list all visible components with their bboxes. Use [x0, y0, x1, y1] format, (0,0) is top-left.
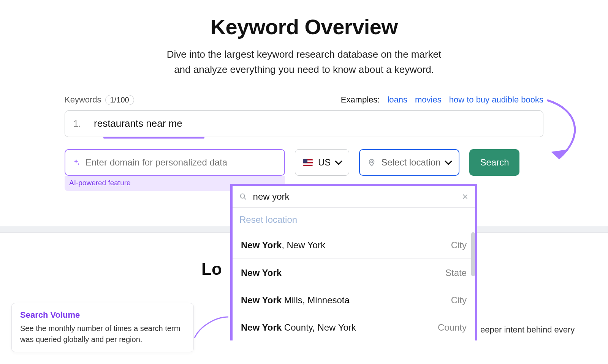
- search-icon: [239, 192, 247, 201]
- keyword-input[interactable]: [94, 118, 535, 129]
- database-code: US: [318, 157, 331, 168]
- examples-label: Examples:: [341, 95, 380, 105]
- location-select[interactable]: Select location: [359, 149, 459, 176]
- right-text-fragment: eeper intent behind every: [480, 325, 575, 335]
- example-link-movies[interactable]: movies: [415, 95, 442, 105]
- search-button[interactable]: Search: [469, 149, 519, 176]
- flag-us-icon: [303, 159, 313, 166]
- location-suggestion-item[interactable]: New York Mills, Minnesota City: [233, 286, 475, 313]
- domain-input-wrap[interactable]: [65, 149, 285, 176]
- location-category: City: [451, 240, 467, 251]
- examples-row: Examples: loans movies how to buy audibl…: [341, 95, 543, 105]
- keywords-label: Keywords 1/100: [65, 95, 134, 105]
- tooltip-title: Search Volume: [20, 310, 185, 320]
- location-placeholder: Select location: [381, 157, 440, 168]
- location-suggestion-item[interactable]: New York County, New York County: [233, 313, 475, 340]
- map-pin-icon: [367, 158, 376, 167]
- location-dropdown: Reset location New York, New York City N…: [230, 184, 477, 340]
- page-title: Keyword Overview: [0, 14, 608, 39]
- keyword-index: 1.: [73, 118, 81, 129]
- page-subtitle: Dive into the largest keyword research d…: [0, 47, 608, 77]
- example-link-audible[interactable]: how to buy audible books: [449, 95, 543, 105]
- location-suggestion-list: New York, New York City New York State N…: [233, 232, 475, 340]
- location-suggestion-item[interactable]: New York, New York City: [233, 232, 475, 258]
- location-category: State: [445, 268, 467, 278]
- domain-input[interactable]: [86, 150, 277, 175]
- tooltip-body: See the monthly number of times a search…: [20, 323, 185, 345]
- connector-curve-icon: [192, 315, 230, 342]
- sparkle-icon: [72, 158, 80, 167]
- location-search-input[interactable]: [253, 191, 456, 202]
- close-icon[interactable]: [462, 193, 468, 200]
- svg-point-0: [371, 161, 373, 162]
- partial-heading-fragment: Lo: [201, 260, 222, 279]
- keywords-counter-pill: 1/100: [105, 95, 134, 105]
- keyword-underline-accent: [103, 137, 204, 139]
- database-select[interactable]: US: [295, 149, 349, 176]
- example-link-loans[interactable]: loans: [387, 95, 407, 105]
- svg-point-1: [240, 194, 244, 198]
- search-volume-tooltip: Search Volume See the monthly number of …: [11, 303, 194, 352]
- chevron-down-icon: [445, 158, 453, 165]
- chevron-down-icon: [335, 158, 342, 165]
- location-suggestion-item[interactable]: New York State: [233, 258, 475, 286]
- location-category: City: [451, 295, 467, 306]
- svg-line-2: [244, 197, 246, 199]
- scrollbar-thumb[interactable]: [471, 232, 475, 276]
- reset-location-button[interactable]: Reset location: [233, 208, 475, 232]
- keyword-input-row[interactable]: 1.: [65, 110, 543, 137]
- location-category: County: [438, 322, 467, 333]
